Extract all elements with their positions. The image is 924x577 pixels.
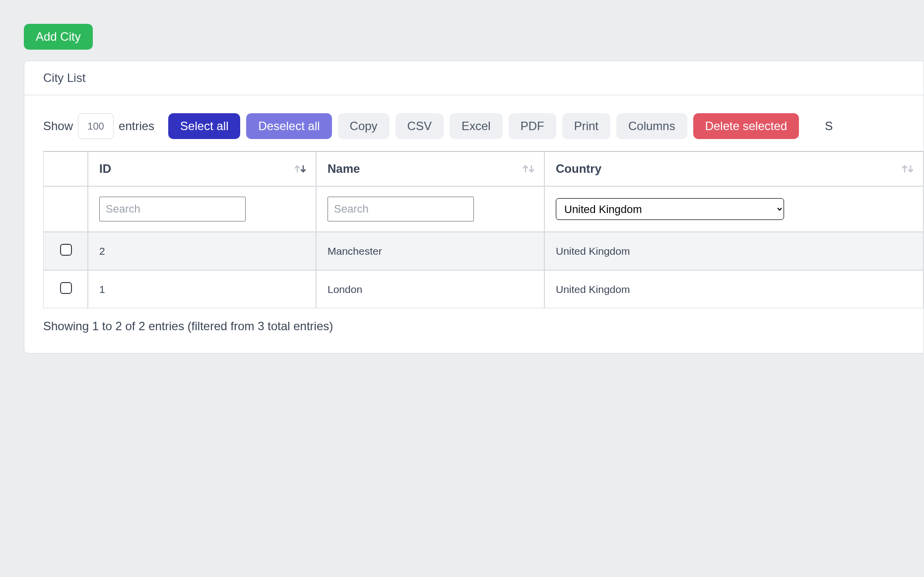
- table-row: 1LondonUnited Kingdom: [43, 270, 924, 308]
- cell-country: United Kingdom: [544, 232, 924, 270]
- city-table: ID Name: [43, 151, 924, 308]
- print-button[interactable]: Print: [562, 113, 610, 139]
- cell-name: Manchester: [316, 232, 544, 270]
- filter-input-id[interactable]: [99, 197, 246, 221]
- city-list-card: City List Show entries Select all Desele…: [24, 61, 924, 354]
- delete-selected-button[interactable]: Delete selected: [693, 113, 799, 139]
- search-label-cutoff: S: [825, 119, 833, 133]
- pdf-button[interactable]: PDF: [509, 113, 556, 139]
- row-checkbox-cell: [43, 270, 88, 308]
- table-info-text: Showing 1 to 2 of 2 entries (filtered fr…: [43, 319, 924, 333]
- filter-input-name[interactable]: [328, 197, 474, 221]
- column-header-name[interactable]: Name: [316, 151, 544, 186]
- column-header-checkbox: [43, 151, 88, 186]
- csv-button[interactable]: CSV: [396, 113, 444, 139]
- select-all-button[interactable]: Select all: [168, 113, 240, 139]
- cell-id: 1: [88, 270, 316, 308]
- row-checkbox-cell: [43, 232, 88, 270]
- filter-cell-name: [316, 186, 544, 232]
- row-checkbox[interactable]: [60, 282, 72, 294]
- copy-button[interactable]: Copy: [338, 113, 390, 139]
- sort-desc-icon: [294, 163, 307, 175]
- excel-button[interactable]: Excel: [450, 113, 503, 139]
- entries-length-input[interactable]: [78, 113, 114, 139]
- length-suffix-label: entries: [119, 119, 154, 133]
- table-toolbar: Show entries Select all Deselect all Cop…: [43, 113, 924, 139]
- add-city-button[interactable]: Add City: [24, 24, 93, 50]
- column-header-country[interactable]: Country: [544, 151, 924, 186]
- column-header-name-label: Name: [328, 162, 360, 175]
- columns-button[interactable]: Columns: [616, 113, 687, 139]
- length-prefix-label: Show: [43, 119, 73, 133]
- deselect-all-button[interactable]: Deselect all: [246, 113, 331, 139]
- cell-id: 2: [88, 232, 316, 270]
- filter-cell-id: [88, 186, 316, 232]
- card-title: City List: [24, 61, 924, 95]
- column-header-id-label: ID: [99, 162, 111, 175]
- filter-cell-checkbox: [43, 186, 88, 232]
- cell-country: United Kingdom: [544, 270, 924, 308]
- sort-icon: [522, 163, 535, 175]
- row-checkbox[interactable]: [60, 244, 72, 256]
- sort-icon: [901, 163, 914, 175]
- filter-select-country[interactable]: United Kingdom: [556, 198, 784, 220]
- column-header-country-label: Country: [556, 162, 601, 175]
- cell-name: London: [316, 270, 544, 308]
- column-header-id[interactable]: ID: [88, 151, 316, 186]
- filter-cell-country: United Kingdom: [544, 186, 924, 232]
- table-row: 2ManchesterUnited Kingdom: [43, 232, 924, 270]
